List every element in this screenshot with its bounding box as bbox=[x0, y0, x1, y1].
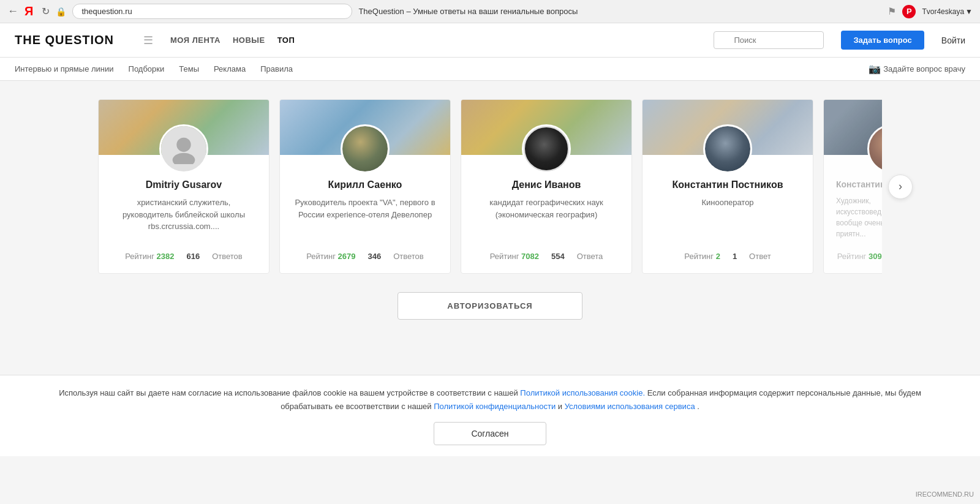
card-cover bbox=[461, 100, 631, 155]
avatar-image bbox=[524, 126, 569, 171]
rating-label: Рейтинг 2679 bbox=[306, 252, 355, 261]
cookie-text-1: Используя наш сайт вы даете нам согласие… bbox=[59, 388, 518, 397]
cookie-link-privacy[interactable]: Политикой конфиденциальности bbox=[434, 402, 556, 411]
answers-count: 616 bbox=[186, 252, 200, 261]
ask-doctor-label: Задайте вопрос врачу bbox=[883, 64, 965, 73]
expert-bio: Кинооператор bbox=[655, 197, 801, 233]
menu-icon[interactable]: ☰ bbox=[143, 34, 153, 47]
site-header: THE QUESTION ☰ МОЯ ЛЕНТА НОВЫЕ ТОП 🔍 Зад… bbox=[0, 23, 980, 58]
back-button[interactable]: ← bbox=[7, 5, 18, 18]
card-cover bbox=[643, 100, 813, 155]
user-info: Tvor4eskaya ▼ bbox=[922, 7, 973, 16]
nav-my-feed[interactable]: МОЯ ЛЕНТА bbox=[170, 36, 221, 45]
expert-card[interactable]: Денис Иванов кандидат географических нау… bbox=[461, 99, 632, 274]
expert-name: Константин Постников bbox=[655, 179, 801, 190]
doctor-icon: 📷 bbox=[869, 63, 881, 75]
rating-label: Рейтинг 2 bbox=[684, 252, 720, 261]
svg-point-0 bbox=[176, 138, 190, 152]
yandex-logo: Я bbox=[24, 4, 33, 18]
nav-new[interactable]: НОВЫЕ bbox=[233, 36, 265, 45]
nav-rules[interactable]: Правила bbox=[260, 64, 293, 73]
expert-bio: Руководитель проекта "VA", первого в Рос… bbox=[292, 197, 438, 233]
cookie-text: Используя наш сайт вы даете нам согласие… bbox=[37, 386, 943, 413]
avatar bbox=[703, 124, 752, 173]
browser-chrome: ← Я ↻ 🔒 thequestion.ru TheQuestion – Умн… bbox=[0, 0, 980, 23]
cookie-text-4: . bbox=[697, 402, 699, 411]
expert-card[interactable]: Константин Постников Кинооператор Рейтин… bbox=[642, 99, 813, 274]
reload-button[interactable]: ↻ bbox=[42, 6, 50, 17]
svg-point-1 bbox=[173, 153, 195, 164]
experts-section: Dmitriy Gusarov христианский служитель, … bbox=[61, 99, 919, 274]
secondary-nav: Интервью и прямые линии Подборки Темы Ре… bbox=[0, 58, 980, 81]
expert-name: Денис Иванов bbox=[473, 179, 619, 190]
carousel-next-button[interactable]: › bbox=[888, 175, 913, 199]
answers-count: 346 bbox=[368, 252, 381, 261]
chevron-down-icon: ▼ bbox=[965, 7, 973, 16]
nav-top[interactable]: ТОП bbox=[277, 36, 295, 45]
card-cover bbox=[824, 100, 882, 155]
cookie-agree-button[interactable]: Согласен bbox=[434, 422, 546, 445]
answers-count: 1 bbox=[733, 252, 737, 261]
card-body: Константин Ко... Художник, искусствовед,… bbox=[824, 155, 882, 273]
cookie-link-terms[interactable]: Условиями использования сервиса bbox=[565, 402, 695, 411]
expert-bio: Художник, искусствовед, и вообще очень п… bbox=[836, 195, 882, 239]
ask-doctor-link[interactable]: 📷 Задайте вопрос врачу bbox=[869, 63, 965, 75]
nav-interviews[interactable]: Интервью и прямые линии bbox=[15, 64, 114, 73]
search-input[interactable] bbox=[714, 31, 824, 49]
card-cover bbox=[280, 100, 450, 155]
expert-card-partial[interactable]: Константин Ко... Художник, искусствовед,… bbox=[823, 99, 882, 274]
expert-bio: кандидат географических наук (экономичес… bbox=[473, 197, 619, 233]
rating-label: Рейтинг 3090 bbox=[837, 252, 882, 261]
answers-label: Ответ bbox=[749, 252, 771, 261]
answers-count: 554 bbox=[551, 252, 565, 261]
page-title: TheQuestion – Умные ответы на ваши гениа… bbox=[358, 7, 881, 16]
cookie-text-3: и bbox=[558, 402, 562, 411]
avatar-placeholder bbox=[161, 126, 206, 171]
url-bar[interactable]: thequestion.ru bbox=[72, 4, 352, 19]
bookmark-icon[interactable]: ⚑ bbox=[888, 6, 896, 17]
expert-card[interactable]: Кирилл Саенко Руководитель проекта "VA",… bbox=[279, 99, 451, 274]
avatar-image bbox=[342, 126, 388, 171]
nav-ads[interactable]: Реклама bbox=[214, 64, 246, 73]
card-stats: Рейтинг 2 1 Ответ bbox=[655, 239, 801, 261]
card-stats: Рейтинг 3090 57 bbox=[836, 239, 882, 261]
expert-name: Кирилл Саенко bbox=[292, 179, 438, 190]
rating-value: 2679 bbox=[338, 252, 356, 261]
auth-section: АВТОРИЗОВАТЬСЯ bbox=[0, 292, 980, 320]
expert-name: Dmitriy Gusarov bbox=[111, 179, 257, 190]
card-cover bbox=[99, 100, 269, 155]
cookie-agree-section: Согласен bbox=[37, 422, 943, 445]
avatar bbox=[159, 124, 208, 173]
rating-value: 7082 bbox=[521, 252, 539, 261]
username: Tvor4eskaya bbox=[922, 7, 964, 16]
nav-themes[interactable]: Темы bbox=[179, 64, 199, 73]
cookie-banner: Используя наш сайт вы даете нам согласие… bbox=[0, 375, 980, 456]
rating-label: Рейтинг 2382 bbox=[125, 252, 174, 261]
main-content: Dmitriy Gusarov христианский служитель, … bbox=[0, 81, 980, 375]
main-nav: МОЯ ЛЕНТА НОВЫЕ ТОП bbox=[170, 36, 295, 45]
rating-value: 2 bbox=[716, 252, 720, 261]
answers-label: Ответа bbox=[577, 252, 603, 261]
cookie-link-policy[interactable]: Политикой использования cookie. bbox=[520, 388, 645, 397]
ask-question-button[interactable]: Задать вопрос bbox=[841, 31, 924, 50]
expert-card[interactable]: Dmitriy Gusarov христианский служитель, … bbox=[98, 99, 270, 274]
avatar bbox=[341, 124, 390, 173]
authorize-button[interactable]: АВТОРИЗОВАТЬСЯ bbox=[398, 292, 582, 320]
nav-collections[interactable]: Подборки bbox=[129, 64, 165, 73]
site-logo[interactable]: THE QUESTION bbox=[15, 33, 114, 47]
avatar-image bbox=[705, 126, 750, 171]
card-stats: Рейтинг 2382 616 Ответов bbox=[111, 239, 257, 261]
answers-label: Ответов bbox=[393, 252, 424, 261]
expert-bio: христианский служитель, руководитель биб… bbox=[111, 197, 257, 233]
search-wrap: 🔍 bbox=[714, 31, 824, 49]
rating-value: 3090 bbox=[869, 252, 882, 261]
pinterest-icon: P bbox=[902, 5, 916, 18]
card-stats: Рейтинг 7082 554 Ответа bbox=[473, 239, 619, 261]
login-button[interactable]: Войти bbox=[941, 36, 965, 45]
answers-label: Ответов bbox=[212, 252, 243, 261]
expert-name: Константин Ко... bbox=[836, 179, 882, 189]
lock-icon: 🔒 bbox=[56, 7, 66, 17]
card-stats: Рейтинг 2679 346 Ответов bbox=[292, 239, 438, 261]
avatar bbox=[522, 124, 571, 173]
experts-cards-row: Dmitriy Gusarov христианский служитель, … bbox=[98, 99, 882, 274]
